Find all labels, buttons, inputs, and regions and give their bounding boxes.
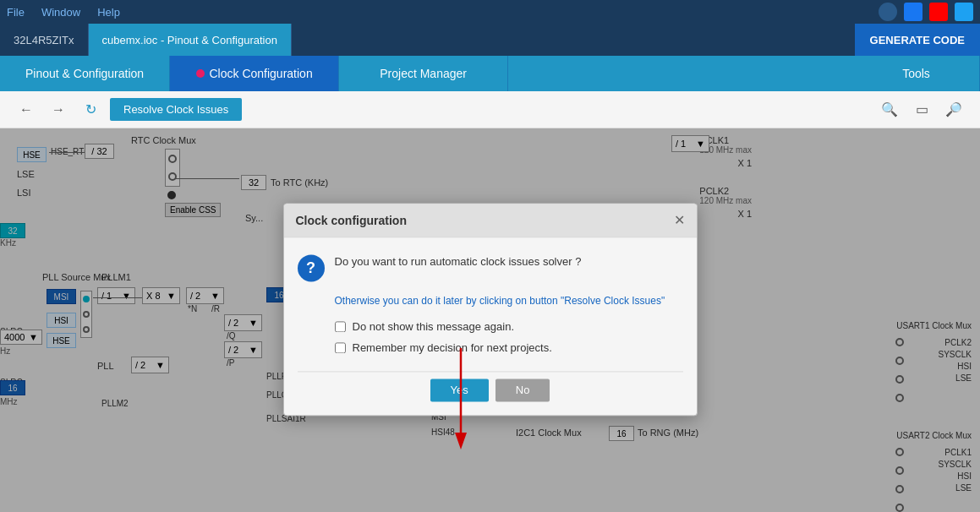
redo-button[interactable]: → [46, 97, 71, 123]
dialog-close-button[interactable]: ✕ [674, 212, 685, 228]
dialog-question-text: Do you want to run automatic clock issue… [335, 254, 582, 270]
zoom-out-button[interactable]: 🔍 [877, 97, 902, 123]
tab-bar: 32L4R5ZITx cubemx.ioc - Pinout & Configu… [0, 24, 980, 56]
menu-bar-right [879, 3, 973, 21]
generate-code-button[interactable]: GENERATE CODE [855, 24, 980, 56]
dialog-title: Clock configuration [296, 214, 407, 227]
subtext-pre: Otherwise you can do it later by clickin… [335, 295, 561, 307]
main-area: RTC Clock Mux HSE HSE_RTC / 32 LSE LSI 3… [0, 128, 980, 512]
menu-file[interactable]: File [7, 6, 25, 19]
tab-clock[interactable]: Clock Configuration [170, 56, 339, 91]
tab-tools[interactable]: Tools [853, 56, 980, 91]
no-button[interactable]: No [495, 379, 550, 401]
modal-overlay: Clock configuration ✕ ? Do you want to r… [0, 128, 980, 512]
dialog-checkboxes: Do not show this message again. Remember… [335, 320, 683, 354]
clock-dot [196, 69, 205, 78]
zoom-in-button[interactable]: 🔎 [941, 97, 966, 123]
remember-decision-label: Remember my decision for next projects. [353, 341, 552, 354]
subtext-link: "Resolve Clock Issues" [561, 295, 665, 307]
tab-pinout[interactable]: Pinout & Configuration [0, 56, 170, 91]
toolbar: ← → ↻ Resolve Clock Issues 🔍 ▭ 🔎 [0, 91, 980, 128]
globe-icon [879, 3, 897, 21]
facebook-icon [904, 3, 923, 21]
dialog-body: ? Do you want to run automatic clock iss… [284, 237, 697, 415]
tab-project[interactable]: Project Manager [339, 56, 508, 91]
remember-decision-checkbox[interactable] [335, 342, 346, 353]
nav-tabs: Pinout & Configuration Clock Configurati… [0, 56, 980, 91]
menu-help[interactable]: Help [97, 6, 120, 19]
dialog-question-row: ? Do you want to run automatic clock iss… [298, 254, 683, 281]
menu-window[interactable]: Window [41, 6, 80, 19]
breadcrumb-file[interactable]: cubemx.ioc - Pinout & Configuration [89, 24, 292, 56]
checkbox-row-1: Do not show this message again. [335, 320, 683, 333]
clock-dialog: Clock configuration ✕ ? Do you want to r… [283, 203, 698, 416]
refresh-button[interactable]: ↻ [78, 97, 103, 123]
question-icon: ? [298, 254, 325, 281]
fit-view-button[interactable]: ▭ [909, 97, 934, 123]
checkbox-row-2: Remember my decision for next projects. [335, 341, 683, 354]
dialog-title-bar: Clock configuration ✕ [284, 204, 697, 237]
do-not-show-checkbox[interactable] [335, 321, 346, 332]
twitter-icon [955, 3, 973, 21]
undo-button[interactable]: ← [14, 97, 39, 123]
breadcrumb-project[interactable]: 32L4R5ZITx [0, 24, 89, 56]
resolve-clock-button[interactable]: Resolve Clock Issues [110, 98, 242, 121]
do-not-show-label: Do not show this message again. [353, 320, 515, 333]
dialog-subtext: Otherwise you can do it later by clickin… [335, 295, 683, 307]
yes-button[interactable]: Yes [430, 379, 489, 401]
dialog-buttons: Yes No [298, 371, 683, 401]
svg-marker-1 [455, 433, 467, 449]
menu-bar: File Window Help [0, 0, 980, 24]
youtube-icon [929, 3, 948, 21]
